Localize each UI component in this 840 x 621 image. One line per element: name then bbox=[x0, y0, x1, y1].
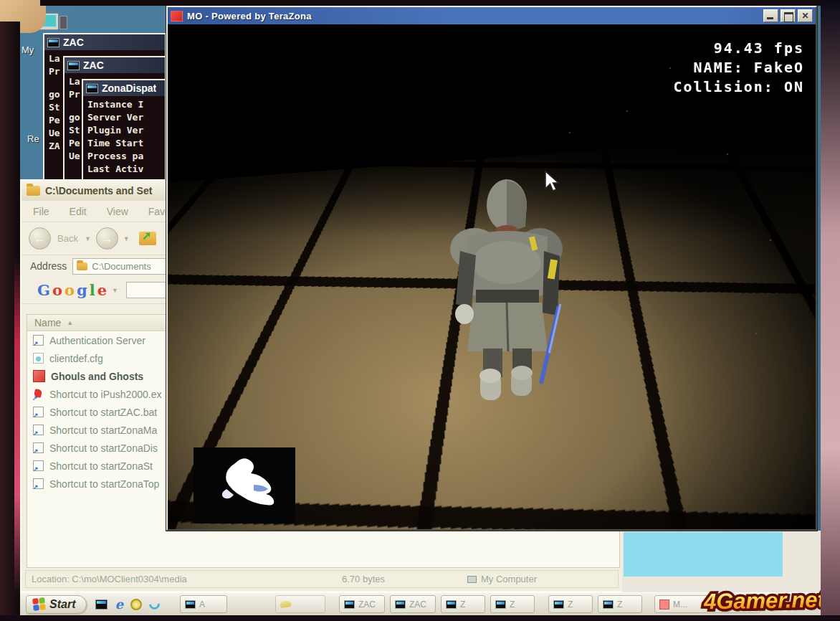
knight-character bbox=[439, 175, 575, 401]
maximize-button[interactable] bbox=[781, 9, 796, 22]
my-computer-icon bbox=[467, 576, 477, 583]
google-chevron-icon[interactable]: ▼ bbox=[112, 287, 118, 294]
folder-icon bbox=[77, 262, 87, 270]
app-icon bbox=[33, 370, 45, 382]
console-output: Instance I Server Ver Plugin Ver Time St… bbox=[83, 96, 165, 185]
google-logo: l bbox=[90, 281, 95, 299]
player-name: NAME: FakeO bbox=[673, 58, 804, 77]
mo-app-icon bbox=[659, 599, 669, 610]
shortcut-icon bbox=[33, 478, 44, 489]
crt-edge-glow bbox=[14, 258, 20, 595]
my-computer-label[interactable]: My bbox=[22, 44, 34, 55]
console-titlebar[interactable]: ZAC bbox=[44, 34, 165, 50]
start-label: Start bbox=[49, 598, 75, 611]
cmd-icon bbox=[67, 61, 80, 70]
forward-chevron-icon[interactable]: ▼ bbox=[123, 235, 130, 242]
monitor-bezel bbox=[821, 0, 840, 621]
game-title: MO - Powered by TeraZona bbox=[187, 11, 312, 22]
shortcut-icon bbox=[33, 335, 44, 346]
explorer-title: C:\Documents and Set bbox=[45, 185, 152, 196]
cmd-icon bbox=[86, 84, 98, 93]
close-button[interactable] bbox=[798, 9, 813, 22]
shortcut-icon bbox=[33, 460, 44, 471]
windows-flag-icon bbox=[32, 597, 46, 611]
console-titlebar[interactable]: ZonaDispat bbox=[83, 80, 165, 96]
console-titlebar[interactable]: ZAC bbox=[65, 57, 165, 73]
game-titlebar[interactable]: MO - Powered by TeraZona bbox=[168, 7, 816, 24]
google-logo: o bbox=[65, 281, 75, 299]
taskbar-button[interactable]: Z bbox=[490, 595, 535, 613]
taskbar-button[interactable]: ZAC bbox=[390, 595, 436, 613]
cmd-icon[interactable] bbox=[95, 599, 108, 610]
taskbar-button[interactable] bbox=[275, 595, 325, 613]
recycle-label[interactable]: Re bbox=[27, 133, 39, 144]
character-portrait-box bbox=[194, 447, 295, 523]
taskbar-button[interactable]: A bbox=[180, 595, 227, 613]
column-label: Name bbox=[34, 317, 61, 328]
game-viewport[interactable]: 94.43 fps NAME: FakeO Collision: ON bbox=[168, 24, 816, 529]
mouse-cursor bbox=[543, 171, 562, 192]
monitor-bezel bbox=[0, 615, 840, 621]
cmd-icon bbox=[446, 600, 457, 609]
console-title: ZAC bbox=[63, 37, 84, 48]
messenger-icon[interactable] bbox=[147, 597, 162, 612]
watermark-4gamer: 4Gamer.net 4Gamer.net bbox=[704, 587, 825, 615]
console-window-zonadispatch[interactable]: ZonaDispat Instance I Server Ver Plugin … bbox=[82, 79, 166, 186]
address-value: C:\Documents bbox=[92, 261, 151, 272]
cmd-icon bbox=[47, 38, 59, 47]
google-logo: G bbox=[37, 281, 50, 299]
status-bar: Location: C:\mo\MOClient0304\media 6.70 … bbox=[25, 570, 619, 588]
app-icon bbox=[280, 600, 291, 608]
game-window: MO - Powered by TeraZona bbox=[166, 6, 817, 531]
back-chevron-icon[interactable]: ▼ bbox=[85, 235, 91, 242]
game-hud: 94.43 fps NAME: FakeO Collision: ON bbox=[673, 39, 804, 97]
status-location: Location: C:\mo\MOClient0304\media bbox=[26, 574, 342, 584]
cmd-icon bbox=[395, 600, 406, 609]
back-label: Back bbox=[57, 233, 78, 244]
internet-explorer-icon[interactable]: e bbox=[115, 599, 123, 610]
back-button[interactable]: ← bbox=[29, 227, 51, 250]
menu-view[interactable]: View bbox=[107, 206, 128, 217]
google-logo: o bbox=[52, 281, 62, 299]
quick-launch: e bbox=[95, 599, 159, 610]
sort-asc-icon: ▲ bbox=[67, 319, 73, 326]
menu-edit[interactable]: Edit bbox=[70, 206, 87, 217]
shortcut-icon bbox=[33, 442, 44, 453]
collision-status: Collision: ON bbox=[673, 77, 804, 97]
status-size: 6.70 bytes bbox=[342, 574, 467, 584]
cmd-icon bbox=[495, 600, 506, 609]
minimize-button[interactable] bbox=[763, 9, 778, 22]
google-logo: g bbox=[77, 281, 87, 299]
cmd-icon bbox=[185, 600, 196, 609]
address-label: Address bbox=[30, 260, 67, 272]
desktop-cyan-area bbox=[624, 532, 783, 577]
taskbar-button[interactable]: Z bbox=[441, 595, 485, 613]
monitor-bezel bbox=[40, 0, 840, 6]
folder-icon bbox=[27, 186, 40, 196]
console-title: ZonaDispat bbox=[102, 82, 156, 94]
taskbar: Start e A ZAC ZAC Z Z bbox=[20, 592, 821, 615]
taskbar-button[interactable]: Z bbox=[548, 595, 593, 613]
cmd-icon bbox=[344, 600, 355, 609]
shortcut-icon bbox=[33, 407, 44, 417]
cmd-icon bbox=[603, 600, 614, 609]
start-button[interactable]: Start bbox=[26, 595, 87, 614]
taskbar-button[interactable]: Z bbox=[598, 595, 642, 613]
mo-app-icon bbox=[171, 11, 183, 22]
console-title: ZAC bbox=[83, 60, 104, 71]
status-zone: My Computer bbox=[467, 574, 618, 584]
fps-counter: 94.43 fps bbox=[673, 39, 804, 58]
monitor-photo: My Re ZAC La Pr go St Pe Ue ZA ZAC La Pr… bbox=[0, 0, 840, 621]
config-file-icon bbox=[33, 353, 44, 364]
shortcut-icon bbox=[33, 425, 44, 435]
shortcut-icon bbox=[33, 389, 44, 399]
cmd-icon bbox=[553, 600, 564, 609]
menu-file[interactable]: File bbox=[33, 206, 49, 217]
google-logo: e bbox=[97, 281, 107, 299]
up-folder-button[interactable] bbox=[139, 232, 156, 245]
taskbar-button[interactable]: ZAC bbox=[339, 595, 385, 613]
clock-icon[interactable] bbox=[130, 599, 142, 610]
forward-button[interactable]: → bbox=[96, 227, 118, 250]
